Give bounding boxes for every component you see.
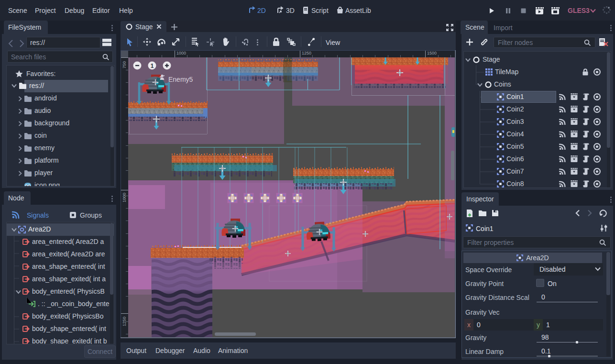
svg-text:1000: 1000 <box>176 51 186 55</box>
svg-text:Enemy5: Enemy5 <box>168 76 193 83</box>
svg-text:750: 750 <box>122 61 127 68</box>
svg-text:1: 1 <box>151 63 154 69</box>
svg-text:1250: 1250 <box>122 317 127 326</box>
svg-text:1000: 1000 <box>122 193 127 202</box>
svg-text:1250: 1250 <box>302 51 311 55</box>
svg-text:1500: 1500 <box>427 51 437 55</box>
